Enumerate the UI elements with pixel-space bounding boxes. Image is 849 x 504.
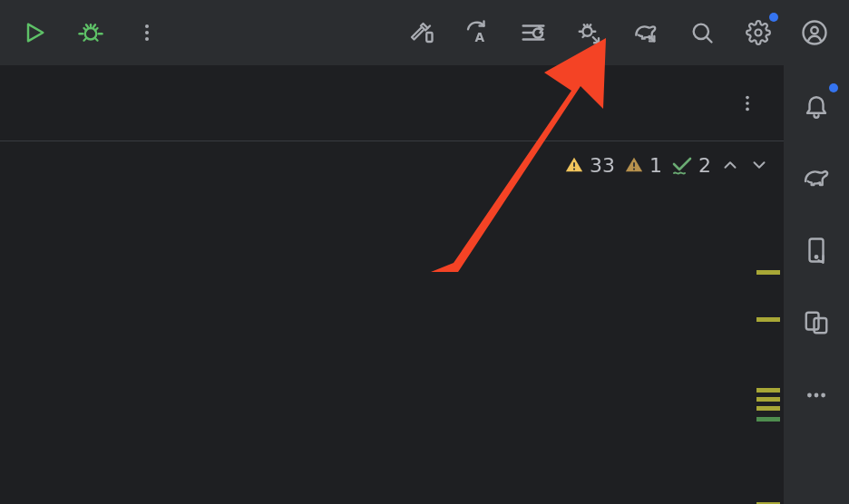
svg-point-3 bbox=[145, 31, 149, 34]
prev-highlight-button[interactable] bbox=[720, 155, 740, 175]
meatballs-icon bbox=[805, 383, 828, 407]
gradle-toolwindow-button[interactable] bbox=[795, 156, 838, 199]
next-highlight-button[interactable] bbox=[749, 155, 769, 175]
svg-text:A: A bbox=[475, 30, 485, 44]
sync-icon: A bbox=[464, 19, 491, 46]
format-button[interactable] bbox=[512, 11, 555, 54]
search-button[interactable] bbox=[680, 11, 724, 54]
typo-count: 2 bbox=[698, 154, 711, 177]
weak-warning-count: 1 bbox=[649, 154, 662, 177]
warning-icon bbox=[564, 155, 584, 175]
chevron-down-icon bbox=[749, 155, 769, 175]
typos-item[interactable]: 2 bbox=[671, 154, 711, 177]
bug-arrow-icon bbox=[576, 19, 603, 46]
editor-area: 33 1 2 bbox=[0, 65, 784, 504]
device-manager-button[interactable] bbox=[795, 228, 838, 272]
top-toolbar: A bbox=[0, 0, 849, 65]
search-icon bbox=[689, 20, 715, 45]
svg-rect-26 bbox=[806, 313, 819, 330]
typo-check-icon bbox=[671, 155, 693, 175]
svg-point-25 bbox=[815, 256, 818, 258]
gear-icon bbox=[746, 20, 771, 45]
svg-point-14 bbox=[756, 30, 762, 36]
weak-warnings-item[interactable]: 1 bbox=[624, 154, 662, 177]
marker[interactable] bbox=[756, 270, 780, 275]
marker[interactable] bbox=[756, 406, 780, 411]
attach-debugger-button[interactable] bbox=[568, 11, 611, 54]
settings-update-dot bbox=[769, 13, 778, 22]
svg-point-19 bbox=[746, 107, 749, 111]
editor-more-button[interactable] bbox=[731, 87, 764, 120]
svg-point-17 bbox=[746, 95, 749, 99]
more-run-button[interactable] bbox=[125, 11, 169, 54]
svg-rect-23 bbox=[633, 169, 635, 170]
svg-point-16 bbox=[811, 27, 818, 34]
svg-rect-5 bbox=[426, 33, 432, 42]
error-stripe[interactable] bbox=[751, 192, 784, 504]
device-icon bbox=[803, 237, 830, 264]
svg-marker-0 bbox=[28, 24, 43, 42]
warnings-item[interactable]: 33 bbox=[564, 154, 615, 177]
svg-point-29 bbox=[815, 393, 819, 398]
kebab-icon bbox=[737, 93, 757, 113]
run-button[interactable] bbox=[13, 11, 56, 54]
elephant-icon bbox=[802, 163, 831, 192]
svg-rect-21 bbox=[573, 169, 575, 170]
svg-point-18 bbox=[746, 102, 749, 105]
marker[interactable] bbox=[756, 388, 780, 393]
marker[interactable] bbox=[756, 317, 780, 322]
bug-icon bbox=[77, 19, 104, 46]
svg-point-2 bbox=[145, 24, 149, 28]
chevron-up-icon bbox=[720, 155, 740, 175]
svg-rect-27 bbox=[815, 318, 827, 333]
account-button[interactable] bbox=[793, 11, 836, 54]
elephant-shrink-icon bbox=[631, 18, 660, 47]
right-strip-more-button[interactable] bbox=[795, 373, 838, 417]
devices-stack-icon bbox=[803, 309, 830, 336]
notifications-button[interactable] bbox=[795, 83, 838, 127]
debug-button[interactable] bbox=[69, 11, 112, 54]
svg-rect-20 bbox=[573, 162, 575, 167]
svg-point-15 bbox=[804, 22, 826, 44]
notification-dot bbox=[829, 83, 838, 92]
svg-line-13 bbox=[707, 37, 712, 43]
user-circle-icon bbox=[801, 19, 828, 46]
svg-point-30 bbox=[821, 393, 825, 398]
running-devices-button[interactable] bbox=[795, 301, 838, 344]
weak-warning-icon bbox=[624, 155, 644, 175]
kebab-icon bbox=[136, 22, 158, 44]
settings-button[interactable] bbox=[737, 11, 780, 54]
svg-rect-22 bbox=[633, 162, 635, 167]
marker[interactable] bbox=[756, 397, 780, 402]
bell-icon bbox=[803, 92, 830, 119]
sync-button[interactable]: A bbox=[455, 11, 499, 54]
hammer-icon bbox=[407, 19, 434, 46]
svg-point-28 bbox=[807, 393, 812, 398]
inspection-widget[interactable]: 33 1 2 bbox=[0, 141, 784, 189]
marker[interactable] bbox=[756, 417, 780, 422]
svg-point-4 bbox=[145, 37, 149, 41]
editor-header bbox=[0, 65, 784, 141]
warning-count: 33 bbox=[590, 154, 615, 177]
build-button[interactable] bbox=[399, 11, 443, 54]
gradle-elephant-button[interactable] bbox=[624, 11, 668, 54]
right-tool-strip bbox=[784, 65, 849, 504]
list-restart-icon bbox=[520, 19, 547, 46]
play-icon bbox=[22, 20, 47, 45]
